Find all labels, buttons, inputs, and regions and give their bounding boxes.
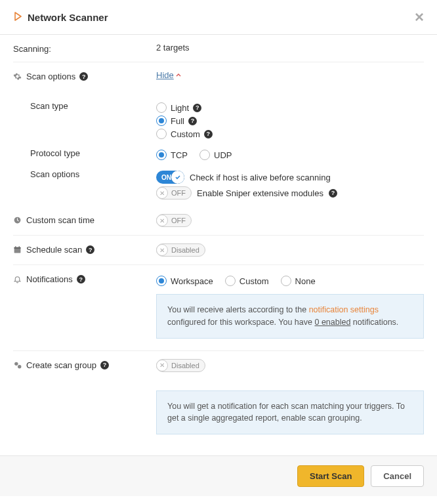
start-scan-button[interactable]: Start Scan	[297, 465, 364, 487]
help-icon[interactable]: ?	[77, 275, 85, 284]
radio-udp-label: UDP	[214, 150, 232, 160]
toggle-on-text: ON	[161, 174, 171, 181]
modal-body: Scanning: 2 targets Scan options ? Hide …	[0, 35, 437, 455]
scan-opts-row: Scan options ON Check if host is alive b…	[13, 165, 424, 205]
pill-text: Disabled	[168, 246, 205, 254]
bell-icon	[13, 275, 22, 284]
scan-type-row: Scan type Light ? Full ? Custom ?	[13, 89, 424, 144]
custom-time-label: Custom scan time	[13, 214, 156, 225]
modal-header: Network Scanner ×	[0, 0, 437, 35]
help-icon[interactable]: ?	[100, 361, 109, 369]
gear-icon	[13, 72, 22, 81]
radio-notif-custom[interactable]: Custom	[225, 276, 269, 286]
help-icon[interactable]: ?	[188, 117, 197, 125]
toggle-schedule[interactable]: ✕ Disabled	[156, 243, 205, 257]
schedule-text: Schedule scan	[26, 245, 82, 255]
scanning-row: Scanning: 2 targets	[13, 35, 424, 62]
custom-time-text: Custom scan time	[26, 215, 94, 225]
scan-options-text: Scan options	[26, 72, 75, 81]
x-icon: ✕	[156, 187, 168, 199]
modal-title: Network Scanner	[28, 12, 108, 23]
radio-label: None	[295, 276, 316, 286]
play-icon	[13, 12, 22, 23]
hide-toggle[interactable]: Hide	[156, 70, 181, 80]
help-icon[interactable]: ?	[204, 130, 213, 138]
notifications-row: Notifications ? Workspace Custom None	[13, 265, 424, 351]
x-icon: ✕	[156, 360, 168, 371]
scan-opts-label: Scan options	[13, 168, 156, 179]
radio-label: Custom	[239, 276, 269, 286]
toggle-sniper[interactable]: ✕ OFF	[156, 186, 192, 200]
scan-options-header-row: Scan options ? Hide	[13, 62, 424, 89]
radio-custom-label: Custom	[171, 129, 200, 139]
modal-title-wrap: Network Scanner	[13, 12, 108, 23]
radio-tcp-label: TCP	[171, 150, 188, 160]
help-icon[interactable]: ?	[193, 104, 201, 112]
svg-point-5	[14, 362, 18, 365]
svg-point-6	[18, 364, 21, 368]
calendar-icon	[13, 245, 22, 254]
protocol-label: Protocol type	[13, 147, 156, 158]
notifications-label: Notifications ?	[13, 273, 156, 284]
radio-udp[interactable]: UDP	[199, 150, 232, 160]
schedule-row: Schedule scan ? ✕ Disabled	[13, 236, 424, 265]
radio-full[interactable]: Full ?	[156, 116, 424, 126]
enabled-notifications-link[interactable]: 0 enabled	[314, 318, 350, 327]
scanning-label: Scanning:	[13, 43, 156, 54]
radio-label: Workspace	[171, 276, 213, 286]
radio-full-label: Full	[171, 116, 184, 126]
scan-group-row: Create scan group ? ✕ Disabled You will …	[13, 351, 424, 443]
modal-footer: Start Scan Cancel	[0, 455, 437, 496]
notifications-alert: You will receive alerts according to the…	[156, 294, 424, 339]
radio-notif-none[interactable]: None	[281, 276, 316, 286]
alert-text: configured for this workspace. You have	[167, 318, 314, 327]
toggle-knob	[171, 171, 184, 184]
radio-notif-workspace[interactable]: Workspace	[156, 276, 213, 286]
alert-text: You will receive alerts according to the	[167, 305, 309, 314]
toggle-alive-label: Check if host is alive before scanning	[190, 173, 331, 182]
cancel-button[interactable]: Cancel	[371, 465, 424, 487]
radio-custom[interactable]: Custom ?	[156, 129, 424, 139]
toggle-sniper-label: Enable Sniper extensive modules	[197, 188, 323, 198]
schedule-label: Schedule scan ?	[13, 243, 156, 255]
radio-tcp[interactable]: TCP	[156, 150, 188, 160]
svg-rect-3	[15, 246, 16, 248]
protocol-row: Protocol type TCP UDP	[13, 144, 424, 165]
clock-icon	[13, 216, 22, 224]
radio-light-label: Light	[171, 103, 189, 113]
notifications-text: Notifications	[26, 274, 73, 284]
scan-group-alert: You will get a notification for each sca…	[156, 390, 424, 435]
scan-group-text: Create scan group	[26, 360, 96, 370]
hide-text: Hide	[156, 70, 174, 80]
radio-light[interactable]: Light ?	[156, 102, 424, 113]
alert-text: notifications.	[350, 318, 398, 327]
notification-settings-link[interactable]: notification settings	[309, 305, 379, 314]
x-icon: ✕	[156, 215, 168, 226]
scan-group-label: Create scan group ?	[13, 359, 156, 370]
scan-options-label: Scan options ?	[13, 70, 156, 81]
toggle-scan-group[interactable]: ✕ Disabled	[156, 359, 205, 372]
svg-rect-2	[14, 247, 21, 249]
pill-text: OFF	[168, 217, 191, 224]
help-icon[interactable]: ?	[86, 245, 94, 254]
collapse-icon	[176, 73, 181, 78]
custom-time-row: Custom scan time ✕ OFF	[13, 205, 424, 236]
pill-text: Disabled	[168, 362, 205, 369]
help-icon[interactable]: ?	[329, 189, 337, 198]
toggle-off-text: OFF	[168, 189, 191, 197]
toggle-custom-time[interactable]: ✕ OFF	[156, 214, 192, 227]
gears-icon	[13, 361, 22, 369]
help-icon[interactable]: ?	[79, 72, 88, 81]
x-icon: ✕	[156, 244, 168, 256]
toggle-alive[interactable]: ON	[156, 171, 184, 184]
close-icon[interactable]: ×	[415, 9, 424, 25]
svg-rect-4	[19, 246, 20, 248]
scanning-value: 2 targets	[156, 43, 424, 52]
scan-type-label: Scan type	[13, 100, 156, 111]
